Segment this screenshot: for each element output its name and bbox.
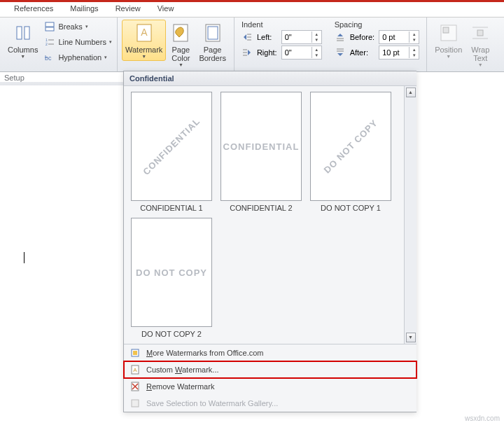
wrap-text-icon (469, 22, 491, 44)
menu-remove-watermark[interactable]: Remove WatermarkRemove Watermark (124, 378, 416, 395)
line-numbers-label: Line Numbers (58, 38, 106, 46)
group-paragraph: Indent Left: ▲▼ Right: ▲▼ Spacing Before… (234, 18, 427, 71)
custom-watermark-icon: A (130, 364, 141, 375)
chevron-down-icon: ▼ (20, 54, 25, 59)
gallery-section-header: Confidential (124, 71, 416, 86)
watermark-icon: A (133, 22, 155, 44)
menu-label: Custom Watermark...Custom Watermark... (146, 365, 219, 374)
spacing-before-label: Before: (350, 33, 374, 41)
spin-down[interactable]: ▼ (312, 37, 321, 43)
save-gallery-icon (130, 398, 141, 409)
scroll-down-button[interactable]: ▼ (406, 333, 416, 342)
svg-text:bc: bc (45, 55, 52, 62)
position-icon (438, 22, 460, 44)
menu-custom-watermark[interactable]: A Custom Watermark...Custom Watermark... (124, 361, 416, 378)
watermark-label: Watermark (125, 46, 162, 54)
breaks-button[interactable]: Breaks ▾ (44, 20, 111, 34)
wrap-text-button[interactable]: Wrap Text ▼ (465, 20, 495, 69)
spacing-after-input[interactable] (379, 48, 409, 57)
position-button[interactable]: Position ▼ (431, 20, 465, 61)
page-color-icon (169, 22, 192, 44)
columns-icon (12, 22, 34, 44)
watermark-dropdown-panel: Confidential CONFIDENTIAL CONFIDENTIAL 1… (123, 71, 416, 412)
page-color-label: Page Color (172, 46, 190, 62)
svg-text:A: A (133, 367, 137, 373)
spin-down[interactable]: ▼ (312, 53, 321, 58)
page-color-button[interactable]: Page Color ▼ (166, 20, 195, 69)
menu-more-watermarks[interactable]: MMore Watermarks from Office.comore Wate… (124, 344, 416, 361)
scroll-up-button[interactable]: ▲ (406, 88, 416, 97)
indent-right-label: Right: (257, 48, 277, 57)
group-page-background: A Watermark ▼ Page Color ▼ Page Borders (118, 18, 234, 71)
svg-rect-1 (24, 27, 29, 39)
spin-up[interactable]: ▲ (312, 47, 321, 53)
watermark-thumb-confidential-2[interactable]: CONFIDENTIAL (220, 92, 302, 201)
spin-down[interactable]: ▼ (410, 37, 419, 43)
page-borders-button[interactable]: Page Borders (195, 20, 230, 64)
text-cursor (24, 252, 24, 263)
menu-label: Save Selection to Watermark Gallery... (146, 399, 278, 407)
chevron-down-icon: ▾ (104, 55, 107, 60)
svg-rect-37 (132, 400, 139, 407)
indent-left-label: Left: (257, 33, 277, 41)
spin-up[interactable]: ▲ (410, 32, 419, 37)
tab-view[interactable]: View (149, 2, 183, 17)
watermark-button[interactable]: A Watermark ▼ (122, 20, 166, 61)
spacing-after-icon (335, 47, 346, 58)
spacing-after-field[interactable]: ▲▼ (379, 46, 419, 60)
indent-header: Indent (241, 20, 322, 29)
spacing-before-input[interactable] (379, 32, 409, 42)
spacing-before-icon (335, 32, 346, 43)
tab-mailings[interactable]: Mailings (62, 2, 106, 17)
watermark-thumb-do-not-copy-2[interactable]: DO NOT COPY (131, 218, 212, 327)
gallery-scrollbar[interactable]: ▲ ▼ (404, 86, 416, 344)
group-arrange: Position ▼ Wrap Text ▼ (427, 18, 499, 71)
indent-right-field[interactable]: ▲▼ (281, 46, 322, 60)
watermark-gallery: CONFIDENTIAL CONFIDENTIAL 1 CONFIDENTIAL… (124, 86, 404, 344)
position-label: Position (435, 46, 462, 54)
watermark-thumb-label: DO NOT COPY 2 (141, 330, 202, 338)
chevron-down-icon: ▾ (109, 39, 112, 45)
svg-rect-3 (46, 27, 54, 31)
columns-button[interactable]: Columns ▼ (4, 20, 41, 61)
breaks-icon (44, 21, 55, 32)
watermark-thumb-do-not-copy-1[interactable]: DO NOT COPY (310, 92, 391, 201)
line-numbers-icon: 12 (44, 36, 55, 48)
wrap-text-label: Wrap Text (471, 46, 489, 62)
spacing-after-label: After: (350, 48, 374, 57)
menu-label: MMore Watermarks from Office.comore Wate… (146, 349, 263, 357)
spacing-before-field[interactable]: ▲▼ (379, 30, 419, 44)
spin-up[interactable]: ▲ (410, 47, 419, 53)
chevron-down-icon: ▼ (178, 62, 183, 67)
indent-right-input[interactable] (282, 48, 312, 57)
spin-up[interactable]: ▲ (312, 32, 321, 37)
office-icon (130, 347, 141, 358)
group-page-setup: Columns ▼ Breaks ▾ 12 Line Numbers ▾ bc … (0, 18, 118, 71)
indent-right-icon (241, 47, 253, 58)
watermark-preview-text: CONFIDENTIAL (141, 116, 202, 177)
indent-left-field[interactable]: ▲▼ (281, 30, 322, 44)
menu-label: Remove WatermarkRemove Watermark (146, 382, 214, 391)
chevron-down-icon: ▼ (446, 54, 451, 59)
tab-references[interactable]: References (6, 2, 62, 17)
page-borders-icon (202, 22, 224, 44)
svg-rect-0 (17, 27, 22, 39)
indent-left-icon (241, 32, 253, 43)
svg-rect-27 (477, 30, 483, 36)
watermark-thumb-confidential-1[interactable]: CONFIDENTIAL (131, 92, 212, 201)
hyphenation-button[interactable]: bc Hyphenation ▾ (44, 50, 111, 64)
chevron-down-icon: ▼ (478, 62, 483, 67)
svg-text:2: 2 (46, 42, 48, 46)
chevron-down-icon: ▾ (85, 24, 88, 29)
menu-save-selection: Save Selection to Watermark Gallery... (124, 395, 416, 412)
tab-review[interactable]: Review (107, 2, 149, 17)
line-numbers-button[interactable]: 12 Line Numbers ▾ (44, 35, 111, 49)
svg-rect-26 (443, 27, 449, 33)
columns-label: Columns (8, 46, 38, 54)
svg-text:A: A (141, 27, 148, 38)
spacing-header: Spacing (335, 20, 419, 29)
spin-down[interactable]: ▼ (410, 53, 419, 58)
indent-left-input[interactable] (282, 32, 312, 42)
watermark-preview-text: DO NOT COPY (322, 118, 380, 176)
document-canvas[interactable] (0, 85, 123, 425)
